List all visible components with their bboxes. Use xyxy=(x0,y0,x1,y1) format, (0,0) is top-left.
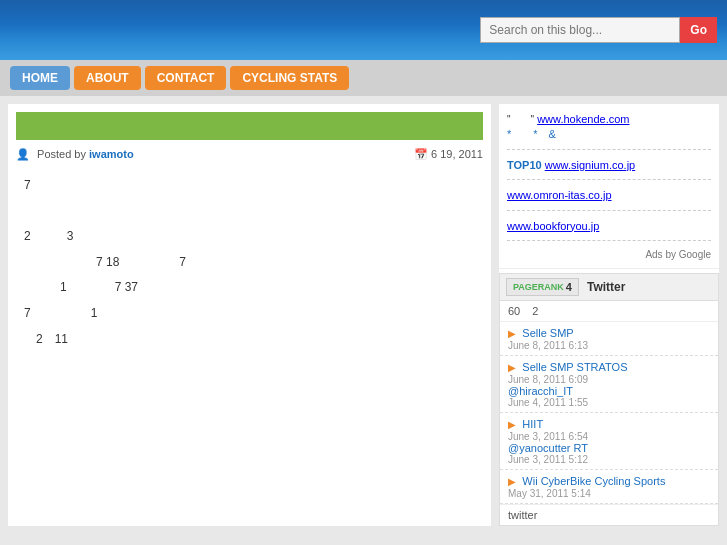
post-author-info: 👤 Posted by iwamoto xyxy=(16,148,134,161)
item-link-3[interactable]: Wii CyberBike Cycling Sports xyxy=(522,475,665,487)
widget-footer: twitter xyxy=(500,504,718,525)
item-tweet-date-2: June 3, 2011 5:12 xyxy=(508,454,710,465)
item-tweet-user-2: @yanocutter RT xyxy=(508,442,710,454)
content-line-1 xyxy=(24,201,475,223)
post-date: 📅 6 19, 2011 xyxy=(414,148,483,161)
post-meta: 👤 Posted by iwamoto 📅 6 19, 2011 xyxy=(16,148,483,161)
author-link[interactable]: iwamoto xyxy=(89,148,134,160)
nav-contact[interactable]: CONTACT xyxy=(145,66,227,90)
person-icon: 👤 xyxy=(16,148,30,160)
item-tweet-user-1: @hiracchi_IT xyxy=(508,385,710,397)
widget-header: PAGERANK 4 Twitter xyxy=(500,274,718,301)
widget-twitter-title: Twitter xyxy=(587,280,625,294)
ad-item-3: www.bookforyou.jp xyxy=(507,219,711,241)
pagerank-badge: PAGERANK 4 xyxy=(506,278,579,296)
header: Go xyxy=(0,0,727,60)
ad-quote-0: " " xyxy=(507,114,534,125)
ad-item-2: www.omron-itas.co.jp xyxy=(507,188,711,210)
item-date-0: June 8, 2011 6:13 xyxy=(508,340,710,351)
widget-box: PAGERANK 4 Twitter 60 2 ▶ Selle SMP June… xyxy=(499,273,719,526)
item-date-1: June 8, 2011 6:09 xyxy=(508,374,710,385)
arrow-icon-2: ▶ xyxy=(508,419,516,430)
content-area: 👤 Posted by iwamoto 📅 6 19, 2011 7 2 3 7… xyxy=(8,104,491,526)
arrow-icon-0: ▶ xyxy=(508,328,516,339)
ad-link-2[interactable]: www.omron-itas.co.jp xyxy=(507,189,612,201)
list-item-3: ▶ Wii CyberBike Cycling Sports May 31, 2… xyxy=(500,470,718,504)
search-input[interactable] xyxy=(480,17,680,43)
ad-link-0[interactable]: www.hokende.com xyxy=(537,113,629,125)
ad-link-3[interactable]: www.bookforyou.jp xyxy=(507,220,599,232)
search-bar: Go xyxy=(480,17,717,43)
arrow-icon-3: ▶ xyxy=(508,476,516,487)
arrow-icon-1: ▶ xyxy=(508,362,516,373)
nav-bar: HOME ABOUT CONTACT CYCLING STATS xyxy=(0,60,727,96)
twitter-stats: 60 2 xyxy=(500,301,718,322)
item-link-0[interactable]: Selle SMP xyxy=(522,327,573,339)
content-line-4: 1 7 37 xyxy=(24,277,475,299)
nav-cycling[interactable]: CYCLING STATS xyxy=(230,66,349,90)
ads-by: Ads by Google xyxy=(507,249,711,260)
twitter-stat-1: 2 xyxy=(532,305,538,317)
post-header-bar xyxy=(16,112,483,140)
sidebar: " " www.hokende.com * * & TOP10 www.sign… xyxy=(499,104,719,526)
content-line-6: 2 11 xyxy=(24,329,475,351)
post-content: 7 2 3 7 18 7 1 7 37 7 1 2 11 xyxy=(16,171,483,358)
nav-about[interactable]: ABOUT xyxy=(74,66,141,90)
content-line-0: 7 xyxy=(24,175,475,197)
pagerank-num: 4 xyxy=(566,281,572,293)
item-link-2[interactable]: HIIT xyxy=(522,418,543,430)
list-item-0: ▶ Selle SMP June 8, 2011 6:13 xyxy=(500,322,718,356)
ad-label-1: TOP10 xyxy=(507,159,542,171)
content-line-5: 7 1 xyxy=(24,303,475,325)
pagerank-label: PAGERANK xyxy=(513,282,564,292)
list-item-1: ▶ Selle SMP STRATOS June 8, 2011 6:09 @h… xyxy=(500,356,718,413)
ad-link-1[interactable]: www.signium.co.jp xyxy=(545,159,635,171)
ad-extra-0: * * & xyxy=(507,128,556,140)
item-link-1[interactable]: Selle SMP STRATOS xyxy=(522,361,627,373)
content-line-3: 7 18 7 xyxy=(24,252,475,274)
list-item-2: ▶ HIIT June 3, 2011 6:54 @yanocutter RT … xyxy=(500,413,718,470)
content-line-2: 2 3 xyxy=(24,226,475,248)
nav-home[interactable]: HOME xyxy=(10,66,70,90)
main-layout: 👤 Posted by iwamoto 📅 6 19, 2011 7 2 3 7… xyxy=(0,96,727,534)
ad-item-1: TOP10 www.signium.co.jp xyxy=(507,158,711,180)
search-button[interactable]: Go xyxy=(680,17,717,43)
item-date-2: June 3, 2011 6:54 xyxy=(508,431,710,442)
ads-section: " " www.hokende.com * * & TOP10 www.sign… xyxy=(499,104,719,269)
item-tweet-date-1: June 4, 2011 1:55 xyxy=(508,397,710,408)
twitter-stat-0: 60 xyxy=(508,305,520,317)
calendar-icon: 📅 xyxy=(414,148,428,160)
ad-item-0: " " www.hokende.com * * & xyxy=(507,112,711,150)
item-date-3: May 31, 2011 5:14 xyxy=(508,488,710,499)
